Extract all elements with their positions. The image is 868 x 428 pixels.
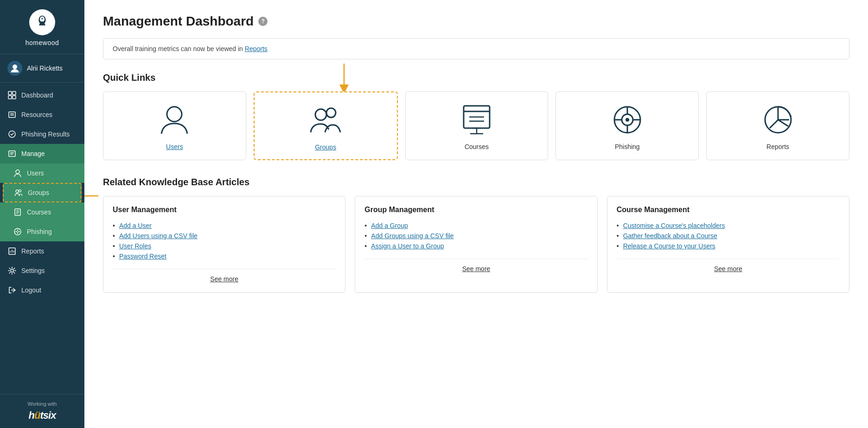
user-name: Alrii Ricketts: [27, 65, 63, 72]
kb-link-item: Add a User: [113, 220, 336, 231]
see-more-groups[interactable]: See more: [462, 265, 491, 272]
kb-card-footer-courses: See more: [617, 259, 840, 273]
logout-icon: [7, 285, 17, 295]
reports-card-icon: [761, 103, 795, 136]
kb-link-customise[interactable]: Customise a Course's placeholders: [623, 222, 725, 229]
kb-link-add-groups-csv[interactable]: Add Groups using a CSV file: [371, 232, 453, 240]
phishing-card-icon: [611, 103, 644, 136]
sidebar-item-courses[interactable]: Courses: [0, 202, 84, 222]
kb-title: Related Knowledge Base Articles: [103, 177, 849, 188]
reports-link[interactable]: Reports: [245, 45, 268, 52]
phishing-card-label: Phishing: [615, 143, 640, 150]
kb-link-feedback[interactable]: Gather feedback about a Course: [623, 232, 717, 240]
working-with-text: Working with: [7, 401, 77, 407]
kb-link-add-users-csv[interactable]: Add Users using a CSV file: [119, 232, 198, 240]
quick-link-groups[interactable]: Groups: [254, 91, 398, 160]
kb-link-item: Add Users using a CSV file: [113, 231, 336, 241]
kb-link-assign-user[interactable]: Assign a User to a Group: [371, 242, 444, 250]
kb-card-title-courses: Course Management: [617, 206, 840, 214]
sidebar-item-phishing[interactable]: Phishing: [0, 222, 84, 241]
kb-link-item: Gather feedback about a Course: [617, 231, 840, 241]
settings-icon: [7, 266, 17, 275]
quick-links-grid: Users Groups: [103, 91, 849, 160]
kb-link-user-roles[interactable]: User Roles: [119, 242, 151, 250]
info-banner-text: Overall training metrics can now be view…: [113, 45, 243, 52]
quick-link-users[interactable]: Users: [103, 91, 246, 160]
courses-card-label: Courses: [465, 143, 489, 150]
svg-rect-5: [8, 96, 12, 99]
kb-card-courses: Course Management Customise a Course's p…: [607, 196, 849, 293]
svg-point-30: [167, 107, 182, 122]
kb-card-footer-groups: See more: [364, 259, 587, 273]
users-card-label: Users: [166, 143, 183, 150]
quick-link-courses[interactable]: Courses: [405, 91, 549, 160]
kb-card-title-groups: Group Management: [364, 206, 587, 214]
sidebar-user[interactable]: Alrii Ricketts: [0, 54, 84, 83]
sidebar-item-settings[interactable]: Settings: [0, 261, 84, 280]
svg-point-1: [40, 16, 45, 22]
kb-link-item: Customise a Course's placeholders: [617, 220, 840, 231]
page-title-row: Management Dashboard ?: [103, 14, 849, 29]
quick-links-title: Quick Links: [103, 72, 849, 83]
svg-point-32: [326, 108, 336, 117]
sidebar-item-label: Manage: [21, 150, 45, 157]
kb-card-title-users: User Management: [113, 206, 336, 214]
sidebar-item-logout[interactable]: Logout: [0, 280, 84, 300]
quick-link-phishing[interactable]: Phishing: [555, 91, 699, 160]
users-icon: [13, 169, 22, 178]
sidebar-item-manage[interactable]: Manage: [0, 144, 84, 163]
sidebar-item-label: Users: [27, 169, 44, 177]
kb-card-groups: Group Management Add a Group Add Groups …: [355, 196, 597, 293]
info-banner: Overall training metrics can now be view…: [103, 38, 849, 59]
kb-link-release[interactable]: Release a Course to your Users: [623, 242, 715, 250]
sidebar-item-phishing-results[interactable]: Phishing Results: [0, 124, 84, 144]
kb-links-courses: Customise a Course's placeholders Gather…: [617, 220, 840, 251]
svg-point-16: [19, 190, 21, 192]
kb-card-users: User Management Add a User Add Users usi…: [103, 196, 345, 293]
quick-link-reports[interactable]: Reports: [706, 91, 849, 160]
sidebar-item-label: Groups: [28, 189, 49, 196]
groups-card-icon: [309, 104, 342, 137]
svg-rect-4: [13, 91, 16, 95]
svg-point-2: [13, 65, 17, 69]
manage-icon: [7, 149, 17, 158]
sidebar-item-resources[interactable]: Resources: [0, 105, 84, 124]
sidebar-item-label: Resources: [21, 111, 52, 118]
see-more-users[interactable]: See more: [210, 275, 238, 283]
kb-grid: User Management Add a User Add Users usi…: [103, 196, 849, 293]
sidebar-item-label: Phishing: [27, 228, 52, 235]
kb-links-groups: Add a Group Add Groups using a CSV file …: [364, 220, 587, 251]
users-card-icon: [158, 103, 191, 136]
sidebar: homewood Alrii Ricketts Dashboard: [0, 0, 84, 428]
svg-rect-7: [9, 112, 15, 117]
phishing-icon: [13, 227, 22, 236]
groups-icon: [14, 188, 23, 197]
svg-rect-3: [8, 91, 12, 95]
see-more-courses[interactable]: See more: [714, 265, 742, 272]
sidebar-item-label: Dashboard: [21, 91, 53, 99]
sidebar-item-dashboard[interactable]: Dashboard: [0, 85, 84, 105]
help-icon[interactable]: ?: [258, 17, 268, 26]
kb-link-item: Add a Group: [364, 220, 587, 231]
reports-card-label: Reports: [766, 143, 789, 150]
sidebar-nav: Dashboard Resources Phishing Results: [0, 83, 84, 394]
groups-card-label: Groups: [315, 143, 336, 151]
sidebar-item-label: Courses: [27, 208, 51, 216]
svg-point-46: [625, 118, 629, 122]
sidebar-item-label: Logout: [21, 286, 41, 294]
page-title: Management Dashboard: [103, 14, 254, 29]
sidebar-item-groups[interactable]: Groups: [3, 183, 82, 202]
svg-rect-11: [9, 151, 15, 156]
kb-link-add-group[interactable]: Add a Group: [371, 222, 408, 229]
reports-icon: [7, 246, 17, 256]
groups-arrow-left: [84, 189, 103, 203]
sidebar-item-label: Reports: [21, 247, 44, 255]
sidebar-footer: Working with hütsix: [0, 394, 84, 428]
phishing-results-icon: [7, 130, 17, 139]
sidebar-item-reports[interactable]: Reports: [0, 241, 84, 261]
kb-link-add-user[interactable]: Add a User: [119, 222, 152, 229]
svg-point-31: [315, 109, 326, 120]
sidebar-item-users[interactable]: Users: [0, 163, 84, 183]
kb-link-password-reset[interactable]: Password Reset: [119, 253, 166, 260]
sidebar-item-label: Settings: [21, 267, 45, 274]
